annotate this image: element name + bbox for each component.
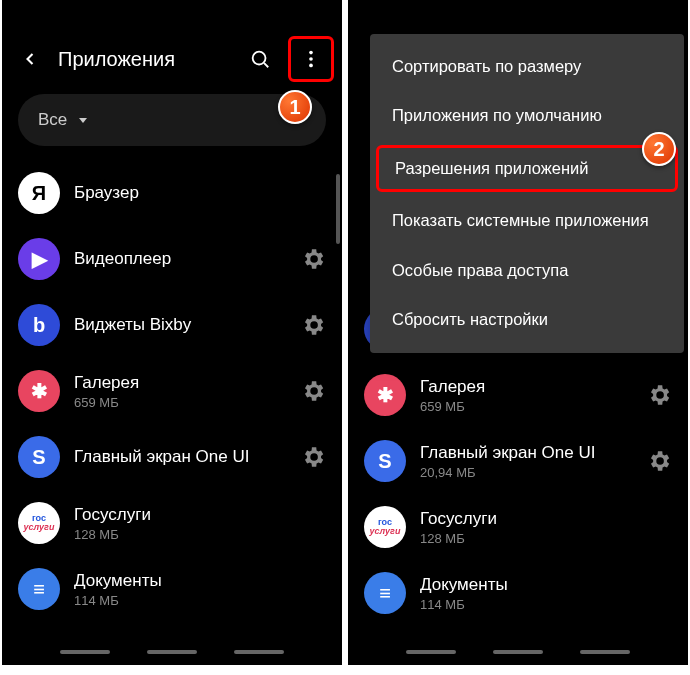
status-bar [348,0,688,32]
app-row[interactable]: ЯБраузер [10,160,334,226]
overflow-menu: Сортировать по размеруПриложения по умол… [370,34,684,353]
nav-back[interactable] [234,650,284,654]
app-size: 128 МБ [74,527,326,542]
step-badge-1: 1 [278,90,312,124]
header: Приложения [2,32,342,86]
nav-recent[interactable] [60,650,110,654]
app-text: Галерея659 МБ [420,376,632,414]
app-text: Главный экран One UI [74,446,286,468]
menu-item[interactable]: Показать системные приложения [370,196,684,245]
app-row[interactable]: ≡Документы114 МБ [356,560,680,626]
app-icon: S [364,440,406,482]
menu-item[interactable]: Приложения по умолчанию [370,91,684,140]
menu-item[interactable]: Сбросить настройки [370,295,684,344]
app-name: Галерея [420,376,632,398]
app-icon: ≡ [18,568,60,610]
app-row[interactable]: госуслугиГосуслуги128 МБ [356,494,680,560]
nav-home[interactable] [493,650,543,654]
app-row[interactable]: ≡Документы114 МБ [10,556,334,622]
svg-line-1 [264,63,268,67]
svg-point-3 [309,57,313,61]
more-button[interactable] [288,36,334,82]
app-text: Госуслуги128 МБ [74,504,326,542]
app-icon: ✱ [18,370,60,412]
app-size: 20,94 МБ [420,465,632,480]
scrollbar[interactable] [336,174,340,244]
menu-item[interactable]: Сортировать по размеру [370,42,684,91]
app-name: Документы [74,570,326,592]
app-name: Госуслуги [420,508,672,530]
back-button[interactable] [10,39,50,79]
app-icon: S [18,436,60,478]
app-name: Виджеты Bixby [74,314,286,336]
comparison-container: Приложения 1 Все ЯБраузер▶ВидеоплеерbВид… [0,0,690,675]
gear-icon[interactable] [646,382,672,408]
app-size: 659 МБ [420,399,632,414]
app-name: Видеоплеер [74,248,286,270]
app-name: Галерея [74,372,286,394]
search-button[interactable] [240,39,280,79]
filter-label: Все [38,110,67,130]
svg-point-2 [309,51,313,55]
gear-icon[interactable] [300,378,326,404]
app-icon-gosuslugi: госуслуги [364,506,406,548]
app-name: Браузер [74,182,326,204]
nav-recent[interactable] [406,650,456,654]
gear-icon[interactable] [300,444,326,470]
nav-home[interactable] [147,650,197,654]
nav-back[interactable] [580,650,630,654]
svg-point-0 [253,52,266,65]
app-name: Госуслуги [74,504,326,526]
app-icon: ✱ [364,374,406,416]
app-size: 659 МБ [74,395,286,410]
gear-icon[interactable] [300,312,326,338]
app-icon-gosuslugi: госуслуги [18,502,60,544]
app-name: Документы [420,574,672,596]
svg-marker-5 [79,118,87,123]
menu-item[interactable]: Разрешения приложений [376,145,678,192]
app-row[interactable]: госуслугиГосуслуги128 МБ [10,490,334,556]
app-row[interactable]: bВиджеты Bixby [10,292,334,358]
nav-bar [2,639,342,665]
app-text: Документы114 МБ [420,574,672,612]
app-text: Госуслуги128 МБ [420,508,672,546]
step-badge-2: 2 [642,132,676,166]
app-size: 114 МБ [74,593,326,608]
app-icon: ≡ [364,572,406,614]
app-name: Главный экран One UI [420,442,632,464]
app-name: Главный экран One UI [74,446,286,468]
svg-point-4 [309,64,313,68]
app-row[interactable]: SГлавный экран One UI20,94 МБ [356,428,680,494]
app-list-left: ЯБраузер▶ВидеоплеерbВиджеты Bixby✱Галере… [2,160,342,622]
app-text: Виджеты Bixby [74,314,286,336]
app-size: 114 МБ [420,597,672,612]
chevron-down-icon [77,114,89,126]
left-screen: Приложения 1 Все ЯБраузер▶ВидеоплеерbВид… [2,0,342,665]
app-text: Видеоплеер [74,248,286,270]
right-screen: bВиджеты Bixby15,89 МБ✱Галерея659 МБSГла… [348,0,688,665]
app-icon: Я [18,172,60,214]
app-text: Браузер [74,182,326,204]
gear-icon[interactable] [300,246,326,272]
status-bar [2,0,342,32]
nav-bar [348,639,688,665]
app-row[interactable]: ✱Галерея659 МБ [10,358,334,424]
menu-item[interactable]: Особые права доступа [370,246,684,295]
app-row[interactable]: ✱Галерея659 МБ [356,362,680,428]
app-row[interactable]: ▶Видеоплеер [10,226,334,292]
app-icon: ▶ [18,238,60,280]
app-text: Главный экран One UI20,94 МБ [420,442,632,480]
gear-icon[interactable] [646,448,672,474]
page-title: Приложения [58,48,232,71]
app-row[interactable]: SГлавный экран One UI [10,424,334,490]
app-icon: b [18,304,60,346]
app-text: Документы114 МБ [74,570,326,608]
app-size: 128 МБ [420,531,672,546]
app-text: Галерея659 МБ [74,372,286,410]
